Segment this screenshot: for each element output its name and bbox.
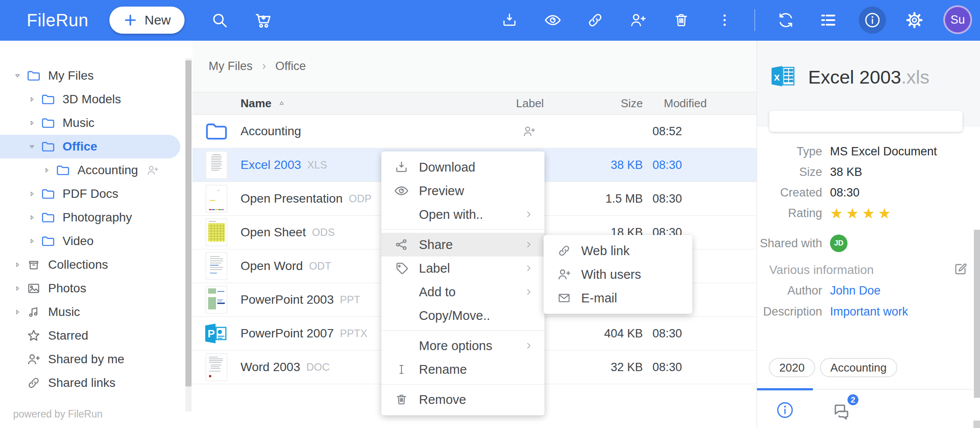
file-name: PowerPoint 2003 [241, 293, 334, 307]
tab-info[interactable] [757, 389, 813, 421]
description-value-link[interactable]: Important work [830, 305, 908, 319]
file-name: Word 2003 [241, 360, 300, 374]
chevron-right-icon [523, 287, 534, 297]
sidebar-item-shared-links[interactable]: Shared links [0, 371, 185, 395]
sidebar-item-pdf-docs[interactable]: PDF Docs [0, 182, 185, 206]
details-panel-header: x Excel 2003.xls [757, 41, 980, 127]
sidebar-item-shared-by-me[interactable]: Shared by me [0, 347, 185, 371]
excel-logo-icon: x [770, 63, 797, 91]
rating-stars[interactable]: ★★★★ [830, 205, 894, 222]
sidebar-item-3d-models[interactable]: 3D Models [0, 88, 185, 111]
sidebar-item-accounting[interactable]: Accounting [0, 158, 185, 182]
shared-user-avatar[interactable]: JD [830, 235, 847, 252]
sidebar-item-photos[interactable]: Photos [0, 277, 185, 300]
sidebar-item-photography[interactable]: Photography [0, 206, 185, 229]
tag-chip[interactable]: Accounting [820, 358, 897, 377]
share-with-users-icon[interactable] [625, 7, 651, 33]
shared-with-row: Shared with JD [757, 235, 847, 252]
file-name: Open Sheet [241, 225, 306, 239]
submenu-item-web-link[interactable]: Web link [544, 239, 692, 263]
author-value-link[interactable]: John Doe [830, 284, 881, 298]
submenu-item-email[interactable]: E-mail [544, 286, 692, 310]
column-header-label[interactable]: Label [516, 97, 582, 110]
context-menu-item-more-options[interactable]: More options [381, 334, 544, 358]
powered-by-link[interactable]: powered by FileRun [13, 408, 103, 420]
tab-comments[interactable]: 2 [813, 389, 869, 421]
sidebar-item-label: Music [48, 305, 80, 319]
document-thumbnail [192, 252, 241, 280]
user-avatar[interactable]: Su [943, 5, 972, 34]
search-icon[interactable] [206, 7, 233, 33]
context-menu-item-label[interactable]: Label [381, 256, 544, 280]
chevron-down-icon[interactable] [27, 142, 37, 151]
sidebar-item-starred[interactable]: Starred [0, 324, 185, 347]
context-menu-item-open-with[interactable]: Open with.. [381, 203, 544, 226]
chevron-right-icon[interactable] [27, 236, 37, 246]
breadcrumb-office[interactable]: Office [276, 60, 306, 73]
context-menu-item-preview[interactable]: Preview [381, 179, 544, 203]
download-cart-icon[interactable] [250, 7, 276, 33]
settings-gear-icon[interactable] [901, 7, 928, 33]
context-menu-item-rename[interactable]: Rename [381, 358, 544, 381]
context-menu-item-share[interactable]: Share [381, 233, 544, 256]
sidebar-item-video[interactable]: Video [0, 229, 185, 253]
column-header-modified[interactable]: Modified [643, 97, 746, 110]
chevron-right-icon[interactable] [12, 260, 23, 270]
user-plus-icon [26, 352, 41, 367]
web-link-icon[interactable] [582, 7, 608, 33]
chevron-right-icon[interactable] [27, 118, 37, 128]
file-properties: Type MS Excel Document Size 38 KB Create… [757, 141, 980, 224]
context-menu-item-copy-move[interactable]: Copy/Move.. [381, 304, 544, 327]
refresh-icon[interactable] [773, 7, 799, 33]
file-size: 32 KB [582, 361, 643, 374]
chevron-right-icon[interactable] [12, 307, 23, 317]
more-vertical-icon[interactable] [711, 7, 738, 33]
chevron-down-icon[interactable] [12, 71, 23, 81]
sidebar-item-label: Accounting [77, 163, 138, 177]
chevron-right-icon[interactable] [12, 284, 23, 293]
folder-icon [41, 92, 56, 107]
list-view-icon[interactable] [815, 7, 841, 33]
table-row[interactable]: Accounting 08:52 [192, 115, 757, 148]
sidebar-item-label: Office [63, 140, 97, 154]
property-type-value: MS Excel Document [830, 145, 937, 158]
file-size: 38 KB [582, 158, 643, 172]
file-ext: PPT [340, 294, 360, 306]
column-header-size[interactable]: Size [582, 97, 643, 110]
breadcrumb-my-files[interactable]: My Files [209, 60, 253, 73]
trash-icon[interactable] [668, 7, 694, 33]
chevron-right-icon[interactable] [27, 213, 37, 222]
file-size: 404 KB [582, 327, 643, 340]
sidebar-item-collections[interactable]: Collections [0, 253, 185, 277]
chevron-right-icon[interactable] [27, 95, 37, 104]
sidebar-item-office[interactable]: Office [0, 135, 180, 158]
context-menu-item-remove[interactable]: Remove [381, 388, 544, 411]
download-icon[interactable] [496, 7, 523, 33]
preview-eye-icon[interactable] [540, 7, 566, 33]
submenu-item-with-users[interactable]: With users [544, 263, 692, 286]
presentation-thumbnail [192, 185, 241, 213]
file-name: Excel 2003 [241, 158, 301, 172]
tag-chip[interactable]: 2020 [769, 358, 815, 377]
sidebar-item-music-folder[interactable]: Music [0, 111, 185, 135]
context-menu-item-download[interactable]: Download [381, 155, 544, 179]
envelope-icon [557, 291, 572, 305]
info-panel-icon[interactable] [859, 7, 886, 34]
chevron-right-icon[interactable] [42, 165, 52, 175]
breadcrumb: My Files Office [192, 41, 757, 92]
active-tab-indicator [757, 388, 813, 390]
description-label: Description [757, 305, 822, 319]
panel-scrollbar-thumb[interactable] [974, 230, 980, 398]
app-logo: FileRun [27, 0, 88, 41]
sidebar-item-my-files[interactable]: My Files [0, 64, 185, 88]
context-menu-item-add-to[interactable]: Add to [381, 280, 544, 304]
sidebar-scrollbar-thumb[interactable] [185, 60, 192, 386]
edit-metadata-icon[interactable] [953, 261, 969, 277]
chevron-right-icon[interactable] [27, 189, 37, 199]
sidebar-item-label: PDF Docs [63, 187, 119, 201]
folder-icon [41, 186, 56, 201]
table-header: Name Label Size Modified [192, 92, 757, 115]
new-button[interactable]: New [109, 7, 185, 34]
column-header-name[interactable]: Name [241, 97, 516, 110]
sidebar-item-music[interactable]: Music [0, 300, 185, 324]
